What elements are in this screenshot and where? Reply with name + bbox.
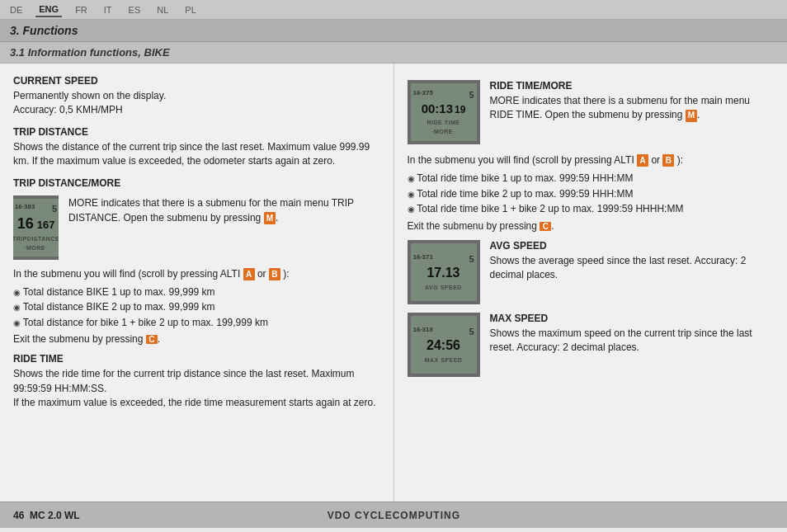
- screen-label-more-ride: ·MORE·: [432, 128, 455, 135]
- badge-c-ride: C: [540, 222, 551, 231]
- screen-mid-main-trip: 16: [17, 214, 34, 233]
- trip-distance-screen: 16·383 5 16 167 TRIPDISTANCE ·MORE·: [13, 195, 59, 260]
- ride-list-item: Total ride time bike 2 up to max. 999:59…: [408, 186, 775, 202]
- max-speed-text: MAX SPEED Shows the maximum speed on the…: [490, 313, 775, 355]
- trip-list-item: Total distance for bike 1 + bike 2 up to…: [13, 315, 380, 331]
- max-speed-screen-inner: 16·318 5 24:56 MAX SPEED: [411, 316, 477, 374]
- screen-mid-main-max: 24:56: [426, 338, 460, 352]
- trip-distance-body: Shows the distance of the current trip s…: [13, 140, 380, 169]
- language-bar: DE ENG FR IT ES NL PL: [0, 0, 787, 20]
- ride-time-more-title: RIDE TIME/MORE: [490, 80, 775, 92]
- trip-distance-screen-inner: 16·383 5 16 167 TRIPDISTANCE ·MORE·: [13, 199, 59, 257]
- badge-m-trip: M: [264, 212, 276, 224]
- max-speed-body: Shows the maximum speed on the current t…: [490, 327, 775, 355]
- badge-b-trip: B: [269, 268, 280, 280]
- trip-list-item: Total distance BIKE 2 up to max. 99,999 …: [13, 299, 380, 315]
- screen-mid-sub-ride: 19: [455, 104, 465, 117]
- screen-top-right-avg: 5: [469, 253, 474, 265]
- ride-time-body: Shows the ride time for the current trip…: [13, 367, 380, 410]
- screen-top-left-avg: 16·371: [413, 253, 433, 265]
- avg-speed-screen: 16·371 5 17.13 AVG SPEED: [408, 240, 480, 304]
- max-speed-screen: 16·318 5 24:56 MAX SPEED: [408, 313, 480, 377]
- footer-page: 46 MC 2.0 WL: [13, 510, 80, 521]
- footer: 46 MC 2.0 WL VDO CYCLECOMPUTING: [0, 501, 787, 528]
- lang-eng[interactable]: ENG: [35, 2, 62, 17]
- max-speed-block: 16·318 5 24:56 MAX SPEED MAX SPEED Shows…: [408, 313, 775, 377]
- screen-label-ride: RIDE TIME: [427, 119, 460, 126]
- lang-fr[interactable]: FR: [72, 3, 91, 16]
- screen-label-avg: AVG SPEED: [425, 284, 462, 291]
- footer-brand: VDO CYCLECOMPUTING: [328, 510, 460, 521]
- screen-label-trip: TRIPDISTANCE: [13, 235, 59, 242]
- screen-top-left-trip: 16·383: [15, 203, 35, 214]
- max-speed-title: MAX SPEED: [490, 313, 775, 324]
- screen-top-left-ride: 16·375: [413, 89, 433, 101]
- badge-c-trip: C: [146, 335, 158, 344]
- current-speed-body: Permanently shown on the display.Accurac…: [13, 89, 380, 118]
- trip-distance-more-text: MORE indicates that there is a submenu f…: [68, 195, 379, 260]
- screen-top-right-trip: 5: [52, 203, 57, 214]
- lang-nl[interactable]: NL: [153, 3, 172, 16]
- screen-top-right-ride: 5: [469, 89, 474, 101]
- screen-top-right-max: 5: [469, 326, 474, 337]
- ride-exit-text: Exit the submenu by pressing C.: [408, 220, 775, 232]
- ride-list-item: Total ride time bike 1 up to max. 999:59…: [408, 171, 775, 186]
- screen-mid-main-ride: 00:13: [422, 101, 453, 117]
- lang-pl[interactable]: PL: [181, 3, 199, 16]
- ride-list-item: Total ride time bike 1 + bike 2 up to ma…: [408, 201, 775, 217]
- screen-mid-main-avg: 17.13: [426, 266, 459, 280]
- ride-submenu-intro: In the submenu you will find (scroll by …: [408, 153, 775, 167]
- lang-it[interactable]: IT: [101, 3, 115, 16]
- trip-submenu-list: Total distance BIKE 1 up to max. 99,999 …: [13, 285, 380, 331]
- ride-time-screen: 16·375 5 00:13 19 RIDE TIME ·MORE·: [408, 80, 480, 144]
- screen-mid-sub-trip: 167: [37, 219, 55, 233]
- ride-time-title: RIDE TIME: [13, 353, 380, 365]
- lang-de[interactable]: DE: [7, 3, 26, 16]
- badge-a-trip: A: [243, 268, 255, 280]
- screen-label-more-trip: ·MORE·: [25, 244, 48, 252]
- avg-speed-text: AVG SPEED Shows the average speed since …: [490, 240, 775, 283]
- avg-speed-body: Shows the average speed since the last r…: [490, 254, 775, 283]
- section-header: 3. Functions: [0, 20, 787, 42]
- right-column: 16·375 5 00:13 19 RIDE TIME ·MORE· RIDE …: [394, 64, 788, 501]
- trip-submenu-intro: In the submenu you will find (scroll by …: [13, 266, 380, 281]
- badge-m-ride: M: [686, 110, 697, 122]
- ride-time-screen-inner: 16·375 5 00:13 19 RIDE TIME ·MORE·: [411, 83, 477, 141]
- screen-label-max: MAX SPEED: [425, 356, 463, 364]
- trip-exit-text: Exit the submenu by pressing C.: [13, 333, 380, 345]
- main-content: CURRENT SPEED Permanently shown on the d…: [0, 64, 787, 501]
- avg-speed-screen-inner: 16·371 5 17.13 AVG SPEED: [411, 243, 477, 301]
- badge-a-ride: A: [637, 154, 648, 167]
- left-column: CURRENT SPEED Permanently shown on the d…: [0, 64, 394, 501]
- ride-time-more-text: RIDE TIME/MORE MORE indicates that there…: [490, 80, 775, 123]
- avg-speed-block: 16·371 5 17.13 AVG SPEED AVG SPEED Shows…: [408, 240, 775, 304]
- subsection-header: 3.1 Information functions, BIKE: [0, 42, 787, 64]
- badge-b-ride: B: [662, 154, 674, 167]
- trip-distance-more-block: 16·383 5 16 167 TRIPDISTANCE ·MORE· MORE…: [13, 195, 380, 260]
- ride-submenu-list: Total ride time bike 1 up to max. 999:59…: [408, 171, 775, 217]
- trip-distance-title: TRIP DISTANCE: [13, 126, 380, 138]
- current-speed-title: CURRENT SPEED: [13, 75, 380, 87]
- avg-speed-title: AVG SPEED: [490, 240, 775, 252]
- ride-time-more-block: 16·375 5 00:13 19 RIDE TIME ·MORE· RIDE …: [408, 80, 775, 144]
- screen-top-left-max: 16·318: [413, 326, 433, 337]
- lang-es[interactable]: ES: [125, 3, 144, 16]
- trip-list-item: Total distance BIKE 1 up to max. 99,999 …: [13, 285, 380, 300]
- trip-distance-more-title: TRIP DISTANCE/MORE: [13, 177, 380, 189]
